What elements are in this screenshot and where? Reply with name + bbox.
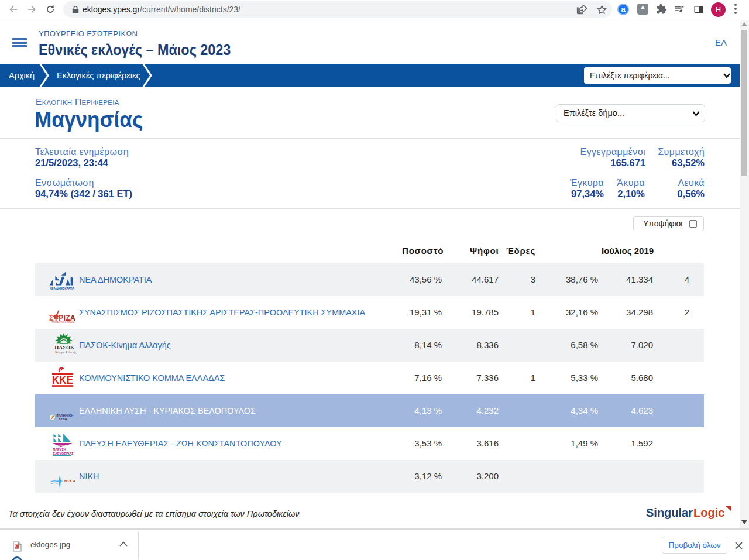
svg-text:KKE: KKE	[52, 373, 73, 386]
svg-text:Κίνημα Αλλαγής: Κίνημα Αλλαγής	[55, 351, 77, 355]
svg-text:ΝΙΚΗ: ΝΙΚΗ	[64, 479, 76, 483]
svg-text:ΠΑΣΟΚ: ΠΑΣΟΚ	[54, 345, 75, 351]
svg-text:ΠΛΕΥΣΗ: ΠΛΕΥΣΗ	[53, 448, 66, 451]
svg-text:ΕΛΕΥΘΕΡΙΑΣ: ΕΛΕΥΘΕΡΙΑΣ	[53, 452, 74, 455]
svg-text:ΛΥΣΗ: ΛΥΣΗ	[59, 418, 67, 421]
svg-text:ΝΕΑ ΔΗΜΟΚΡΑΤΙΑ: ΝΕΑ ΔΗΜΟΚΡΑΤΙΑ	[50, 287, 75, 290]
svg-text:Logic: Logic	[693, 506, 724, 519]
svg-text:ΕΛΛΗΝΙΚΗ: ΕΛΛΗΝΙΚΗ	[56, 414, 73, 417]
svg-text:ΠΡΟΟΔΕΥΤΙΚΗ ΣΥΜΜΑΧΙΑ: ΠΡΟΟΔΕΥΤΙΚΗ ΣΥΜΜΑΧΙΑ	[51, 321, 75, 324]
svg-text:Singular: Singular	[646, 506, 693, 519]
